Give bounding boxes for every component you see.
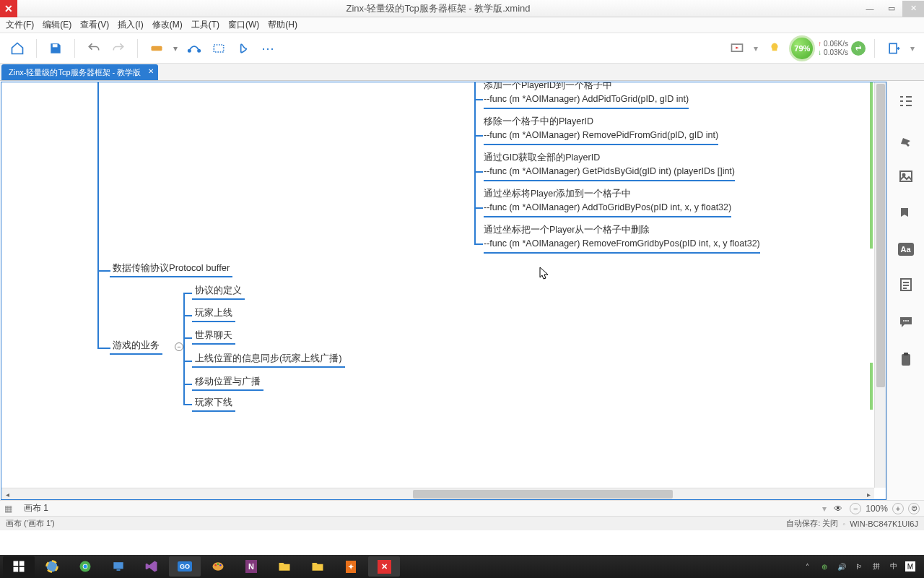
menu-help[interactable]: 帮助(H) <box>268 19 297 31</box>
dropdown-icon[interactable]: ▾ <box>171 38 180 59</box>
task-folder[interactable] <box>302 556 334 577</box>
menu-modify[interactable]: 修改(M) <box>152 19 183 31</box>
titlebar: ✕ Zinx-轻量级的Tcp服务器框架 - 教学版.xmind — ▭ ✕ <box>0 0 924 17</box>
redo-icon[interactable] <box>108 38 128 59</box>
node-protocol[interactable]: 数据传输协议Protocol buffer <box>110 262 232 277</box>
node-func-1[interactable]: 移除一个格子中的PlayerID --func (m *AOIManager) … <box>484 115 718 145</box>
system-tray: ˄ ⊕ 🔊 🏳 拼 中 M <box>801 561 921 572</box>
net-percent-badge: 79% <box>789 35 815 61</box>
dropdown-icon[interactable]: ▾ <box>908 38 917 59</box>
app-logo-icon: ✕ <box>0 0 17 17</box>
outline-icon[interactable] <box>897 92 915 110</box>
task-explorer[interactable] <box>269 556 300 577</box>
statusbar: 画布 ('画布 1') 自动保存: 关闭 ◦ WIN-BC847K1UI6J <box>0 516 924 530</box>
menu-file[interactable]: 文件(F) <box>6 19 34 31</box>
tray-m-icon[interactable]: M <box>905 561 915 571</box>
hscroll-left-icon[interactable]: ◂ <box>1 488 13 500</box>
topic-icon[interactable] <box>147 38 167 59</box>
home-icon[interactable] <box>7 38 27 59</box>
menu-edit[interactable]: 编辑(E) <box>43 19 71 31</box>
format-icon[interactable] <box>897 130 915 147</box>
svg-point-11 <box>905 320 907 322</box>
tray-ime2-icon[interactable]: 中 <box>888 561 899 572</box>
comments-icon[interactable] <box>897 314 915 331</box>
idea-icon[interactable] <box>764 38 785 59</box>
tray-flag-icon[interactable]: 🏳 <box>853 561 865 572</box>
task-app-1[interactable] <box>36 556 68 577</box>
vscroll-thumb[interactable] <box>876 84 885 387</box>
tray-sound-icon[interactable]: 🔊 <box>836 561 847 572</box>
save-icon[interactable] <box>45 38 66 59</box>
task-xmind[interactable]: ✕ <box>368 556 400 577</box>
hscroll-thumb[interactable] <box>413 490 673 499</box>
node-business[interactable]: 游戏的业务 <box>110 339 162 355</box>
close-button[interactable]: ✕ <box>902 1 924 17</box>
node-biz-3[interactable]: 世界聊天 <box>192 329 235 345</box>
undo-icon[interactable] <box>84 38 104 59</box>
sheet-menu-icon[interactable]: ▦ <box>4 504 12 514</box>
zoom-in-button[interactable]: + <box>892 503 904 514</box>
node-biz-5[interactable]: 移动位置与广播 <box>192 375 263 391</box>
node-label: 数据传输协议Protocol buffer <box>110 262 232 277</box>
tray-ime-icon[interactable]: 拼 <box>871 561 882 572</box>
filter-icon[interactable]: ▾ <box>822 504 827 514</box>
export-icon[interactable] <box>884 38 904 59</box>
text-icon[interactable]: Aa <box>898 243 914 256</box>
task-foxit[interactable]: ✦ <box>335 556 367 577</box>
node-func-4[interactable]: 通过坐标把一个Player从一个格子中删除 --func (m *AOIMana… <box>484 223 760 254</box>
menu-window[interactable]: 窗口(W) <box>228 19 259 31</box>
task-onenote[interactable]: N <box>235 556 267 577</box>
task-paint[interactable] <box>202 556 234 577</box>
share-icon[interactable]: ⇄ <box>851 41 866 56</box>
task-chrome[interactable] <box>69 556 101 577</box>
tab-close-icon[interactable]: ✕ <box>148 67 154 75</box>
sheet-tab[interactable]: 画布 1 <box>19 502 53 514</box>
task-goland[interactable]: GO <box>169 556 201 577</box>
connector <box>183 315 192 316</box>
task-monitor[interactable] <box>103 556 134 577</box>
more-icon[interactable]: ⋯ <box>258 38 278 59</box>
node-biz-6[interactable]: 玩家下线 <box>192 396 235 412</box>
minimize-button[interactable]: — <box>859 1 881 17</box>
tray-safe-icon[interactable]: ⊕ <box>819 561 830 572</box>
node-biz-4[interactable]: 上线位置的信息同步(玩家上线广播) <box>192 352 345 368</box>
marker-icon[interactable] <box>897 205 915 223</box>
task-icon[interactable] <box>897 351 915 368</box>
node-func-0[interactable]: 添加一个PlayerID到一个格子中 --func (m *AOIManager… <box>484 82 689 109</box>
network-monitor: 79% 0.06K/s 0.03K/s ⇄ <box>789 35 866 61</box>
status-host: WIN-BC847K1UI6J <box>850 519 918 528</box>
connector <box>97 348 110 349</box>
summary-icon[interactable] <box>233 38 253 59</box>
node-line2: --func (m *AOIManager) AddToGridByPos(pI… <box>484 201 731 217</box>
menu-tools[interactable]: 工具(T) <box>191 19 219 31</box>
connector <box>97 82 99 348</box>
presentation-icon[interactable] <box>727 38 747 59</box>
horizontal-scrollbar[interactable]: ◂ ▸ <box>1 488 874 499</box>
notes-icon[interactable] <box>897 276 915 293</box>
connector <box>474 135 483 137</box>
hscroll-right-icon[interactable]: ▸ <box>863 488 874 500</box>
eye-icon[interactable]: 👁 <box>834 504 842 514</box>
relationship-icon[interactable] <box>184 38 204 59</box>
svg-rect-15 <box>14 561 19 566</box>
vertical-scrollbar[interactable] <box>874 82 886 488</box>
node-func-3[interactable]: 通过坐标将Player添加到一个格子中 --func (m *AOIManage… <box>484 187 731 217</box>
tray-up-icon[interactable]: ˄ <box>801 561 813 572</box>
node-biz-2[interactable]: 玩家上线 <box>192 306 235 322</box>
zoom-out-button[interactable]: − <box>850 503 861 514</box>
image-icon[interactable] <box>897 168 915 185</box>
menu-view[interactable]: 查看(V) <box>80 19 109 31</box>
node-func-2[interactable]: 通过GID获取全部的PlayerID --func (m *AOIManager… <box>484 151 735 181</box>
boundary-icon[interactable] <box>209 38 229 59</box>
mindmap-canvas[interactable]: 数据传输协议Protocol buffer 游戏的业务 − 协议的定义 玩家上线… <box>1 82 874 488</box>
maximize-button[interactable]: ▭ <box>881 1 902 17</box>
menu-insert[interactable]: 插入(I) <box>118 19 143 31</box>
node-biz-1[interactable]: 协议的定义 <box>192 284 245 300</box>
start-button[interactable] <box>3 556 35 577</box>
document-tab[interactable]: Zinx-轻量级的Tcp服务器框架 - 教学版 ✕ <box>1 64 158 80</box>
collapse-toggle[interactable]: − <box>175 342 183 351</box>
svg-point-28 <box>217 563 219 565</box>
zoom-fit-button[interactable]: ⊜ <box>908 503 920 514</box>
task-vs[interactable] <box>136 556 167 577</box>
dropdown-icon[interactable]: ▾ <box>751 38 760 59</box>
